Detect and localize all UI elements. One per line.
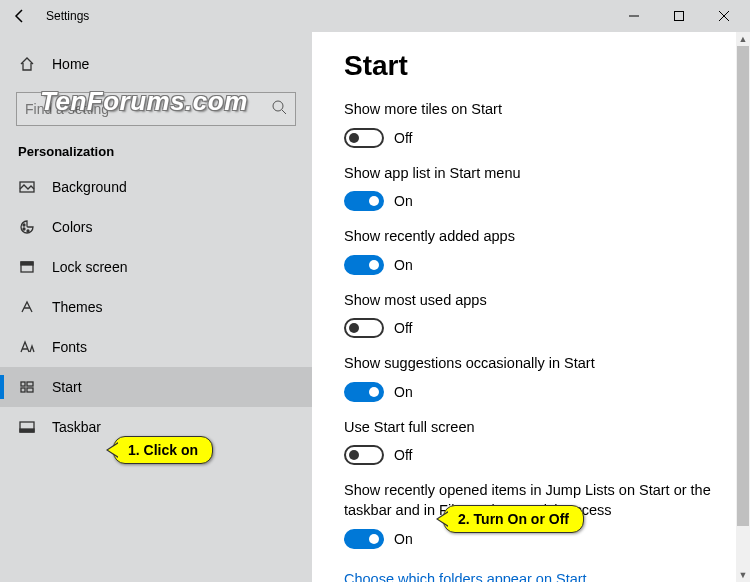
callout-1: 1. Click on [113, 436, 213, 464]
content-pane: Start Show more tiles on StartOffShow ap… [312, 32, 750, 582]
toggle-switch[interactable] [344, 445, 384, 465]
scroll-down-arrow[interactable]: ▼ [736, 568, 750, 582]
nav-label: Colors [52, 219, 92, 235]
title-bar: Settings [0, 0, 750, 32]
nav-lockscreen[interactable]: Lock screen [0, 247, 312, 287]
start-icon [18, 378, 36, 396]
nav-label: Taskbar [52, 419, 101, 435]
setting-label: Show recently added apps [344, 227, 722, 247]
toggle-switch[interactable] [344, 382, 384, 402]
setting-item: Use Start full screenOff [344, 418, 722, 466]
setting-item: Show suggestions occasionally in StartOn [344, 354, 722, 402]
svg-line-5 [282, 110, 286, 114]
toggle-state: On [394, 257, 413, 273]
setting-label: Show more tiles on Start [344, 100, 722, 120]
svg-rect-11 [21, 262, 33, 265]
svg-rect-15 [27, 388, 33, 392]
toggle-state: On [394, 193, 413, 209]
toggle-switch[interactable] [344, 255, 384, 275]
svg-point-9 [27, 230, 29, 232]
svg-rect-17 [20, 429, 34, 432]
svg-rect-12 [21, 382, 25, 386]
svg-rect-14 [27, 382, 33, 386]
setting-item: Show more tiles on StartOff [344, 100, 722, 148]
search-box[interactable] [16, 92, 296, 126]
toggle-switch[interactable] [344, 318, 384, 338]
maximize-button[interactable] [656, 0, 701, 32]
svg-rect-13 [21, 388, 25, 392]
folders-link[interactable]: Choose which folders appear on Start [344, 571, 587, 583]
setting-item: Show most used appsOff [344, 291, 722, 339]
toggle-switch[interactable] [344, 128, 384, 148]
nav-home[interactable]: Home [0, 44, 312, 84]
home-icon [18, 55, 36, 73]
setting-item: Show app list in Start menuOn [344, 164, 722, 212]
svg-point-8 [23, 228, 25, 230]
nav-start[interactable]: Start [0, 367, 312, 407]
colors-icon [18, 218, 36, 236]
nav-fonts[interactable]: Fonts [0, 327, 312, 367]
toggle-state: On [394, 531, 413, 547]
nav-label: Lock screen [52, 259, 127, 275]
close-button[interactable] [701, 0, 746, 32]
minimize-button[interactable] [611, 0, 656, 32]
setting-label: Use Start full screen [344, 418, 722, 438]
nav-label: Themes [52, 299, 103, 315]
search-icon [271, 99, 287, 119]
nav-label: Fonts [52, 339, 87, 355]
nav-background[interactable]: Background [0, 167, 312, 207]
nav-label: Background [52, 179, 127, 195]
page-heading: Start [344, 50, 722, 82]
toggle-state: Off [394, 320, 412, 336]
toggle-switch[interactable] [344, 529, 384, 549]
section-header: Personalization [0, 130, 312, 167]
taskbar-icon [18, 418, 36, 436]
scroll-up-arrow[interactable]: ▲ [736, 32, 750, 46]
setting-item: Show recently added appsOn [344, 227, 722, 275]
toggle-state: On [394, 384, 413, 400]
setting-label: Show app list in Start menu [344, 164, 722, 184]
themes-icon [18, 298, 36, 316]
sidebar: Home Personalization Background Colors L… [0, 32, 312, 582]
app-title: Settings [46, 9, 89, 23]
background-icon [18, 178, 36, 196]
lockscreen-icon [18, 258, 36, 276]
fonts-icon [18, 338, 36, 356]
nav-colors[interactable]: Colors [0, 207, 312, 247]
setting-label: Show suggestions occasionally in Start [344, 354, 722, 374]
toggle-state: Off [394, 130, 412, 146]
callout-2: 2. Turn On or Off [443, 505, 584, 533]
nav-themes[interactable]: Themes [0, 287, 312, 327]
scroll-thumb[interactable] [737, 46, 749, 526]
scrollbar[interactable]: ▲ ▼ [736, 32, 750, 582]
toggle-switch[interactable] [344, 191, 384, 211]
search-input[interactable] [25, 101, 271, 117]
nav-label: Start [52, 379, 82, 395]
toggle-state: Off [394, 447, 412, 463]
svg-point-7 [23, 224, 25, 226]
svg-rect-1 [674, 12, 683, 21]
svg-point-4 [273, 101, 283, 111]
nav-home-label: Home [52, 56, 89, 72]
setting-label: Show most used apps [344, 291, 722, 311]
back-button[interactable] [4, 0, 36, 32]
